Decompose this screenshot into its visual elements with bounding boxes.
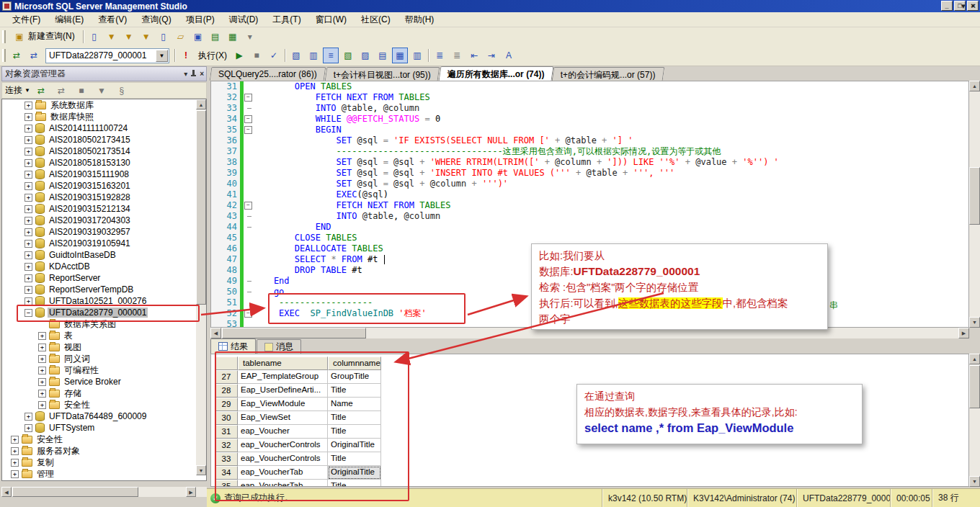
tree-item-label[interactable]: AIS20190315192828 [48,192,132,202]
expander-plus-icon[interactable]: + [24,228,32,236]
expander-plus-icon[interactable]: + [11,436,19,444]
analysis-query-icon[interactable]: ▯ [156,29,172,45]
tree-item-label[interactable]: 管理 [35,468,55,480]
menu-item-4[interactable]: 项目(P) [179,12,221,27]
tree-item-ReportServer[interactable]: +ReportServer [2,272,206,284]
pin-icon[interactable] [190,70,197,78]
uncomment-icon[interactable]: ≣ [449,48,465,63]
menu-item-5[interactable]: 调试(D) [223,12,265,27]
fold-collapse-icon[interactable] [244,114,253,125]
document-tab-2[interactable]: 遍历所有数据库...or (74)) [438,66,553,81]
expander-plus-icon[interactable]: + [11,459,19,467]
tree-item-复制[interactable]: +复制 [2,457,206,468]
tree-item-安全性[interactable]: +安全性 [2,399,206,410]
menu-item-0[interactable]: 文件(F) [6,12,47,27]
tree-item-AIS20190319032957[interactable]: +AIS20190319032957 [2,226,206,238]
results-grid-icon[interactable]: ▦ [392,48,408,63]
connect-db-icon[interactable]: ⇄ [9,48,24,63]
tree-item-label[interactable]: AIS20190319105941 [48,238,132,248]
tree-item-AIS20190315163201[interactable]: +AIS20190315163201 [2,180,206,192]
tree-item-AIS20190315212134[interactable]: +AIS20190315212134 [2,203,206,215]
menu-item-2[interactable]: 查看(V) [92,12,133,27]
scroll-up-arrow[interactable]: ▲ [196,99,206,109]
tree-item-AIS20190315111908[interactable]: +AIS20190315111908 [2,169,206,180]
oe-script-icon[interactable]: § [114,83,130,99]
scroll-left-arrow[interactable]: ◀ [1,487,12,497]
scroll-down-arrow[interactable]: ▼ [969,317,980,328]
expander-plus-icon[interactable]: + [24,125,32,133]
tree-item-label[interactable]: UFTData764489_600009 [48,411,148,421]
tree-item-服务器对象[interactable]: +服务器对象 [2,445,206,457]
expander-plus-icon[interactable]: + [24,263,32,271]
tree-item-label[interactable]: AIS20190319032957 [48,227,132,237]
expander-plus-icon[interactable]: + [24,159,32,167]
tree-item-ReportServerTempDB[interactable]: +ReportServerTempDB [2,284,206,295]
expander-plus-icon[interactable]: + [11,447,19,455]
menu-item-1[interactable]: 编辑(E) [48,12,90,27]
expander-plus-icon[interactable]: + [38,367,46,374]
oe-filter-icon[interactable]: ▼ [94,83,110,99]
tree-item-存储[interactable]: +存储 [2,387,206,399]
expander-plus-icon[interactable]: + [24,274,32,282]
expander-plus-icon[interactable]: + [24,286,32,294]
oe-connect-icon[interactable]: ⇄ [33,83,49,99]
scroll-down-arrow[interactable]: ▼ [196,465,206,475]
tree-item-label[interactable]: AIS20180502173415 [48,135,132,145]
scroll-up-arrow[interactable]: ▲ [969,354,980,364]
connect-menu-button[interactable]: 连接▼ [5,84,30,97]
tree-item-label[interactable]: GuidtoIntBaseDB [48,250,117,260]
tree-item-label[interactable]: AIS20190317204303 [48,215,132,225]
tab-close-icon[interactable]: × [971,1,976,11]
menu-item-7[interactable]: 窗口(W) [309,12,353,27]
tree-item-系统数据库[interactable]: +系统数据库 [2,99,206,111]
tree-item-AIS20180502173415[interactable]: +AIS20180502173415 [2,134,206,145]
tree-item-label[interactable]: 表 [63,330,74,342]
scroll-left-arrow[interactable]: ◀ [210,328,221,338]
tree-item-Service Broker[interactable]: +Service Broker [2,376,206,387]
tree-item-AIS20180502173514[interactable]: +AIS20180502173514 [2,145,206,157]
tree-item-label[interactable]: UFTSystem [48,423,96,433]
tree-horizontal-scrollbar[interactable]: ◀ ▶ [1,487,207,497]
blank-document-icon[interactable]: ▯ [86,29,102,45]
database-combobox[interactable]: UFTData228779_000001 ▼ [45,48,169,63]
expander-plus-icon[interactable]: + [24,413,32,421]
execute-button[interactable]: 执行(X) [195,48,230,63]
expander-plus-icon[interactable]: + [38,390,46,398]
comment-icon[interactable]: ≣ [432,48,447,63]
tree-item-AIS20190315192828[interactable]: +AIS20190315192828 [2,192,206,203]
expander-plus-icon[interactable]: + [24,171,32,179]
tree-item-可编程性[interactable]: +可编程性 [2,364,206,376]
tree-item-GuidtoIntBaseDB[interactable]: +GuidtoIntBaseDB [2,249,206,261]
scroll-down-arrow[interactable]: ▼ [969,476,980,487]
tree-item-UFTSystem[interactable]: +UFTSystem [2,422,206,434]
tree-vertical-scrollbar[interactable]: ▲ ▼ [196,99,206,475]
tree-item-label[interactable]: ReportServerTempDB [48,284,135,295]
tree-item-同义词[interactable]: +同义词 [2,353,206,364]
parse-check-icon[interactable]: ✓ [266,48,282,63]
close-icon[interactable]: × [200,70,204,78]
client-statistics-icon[interactable]: ▨ [357,48,373,63]
tree-item-label[interactable]: KDAcctDB [48,261,92,272]
scroll-up-arrow[interactable]: ▲ [969,81,980,91]
expander-plus-icon[interactable]: + [38,378,46,386]
tree-item-AIS20141111100724[interactable]: +AIS20141111100724 [2,122,206,134]
tree-item-label[interactable]: 数据库快照 [49,111,95,123]
name-sort-icon[interactable]: A [501,48,517,63]
change-connection-icon[interactable]: ⇄ [26,48,42,63]
tree-item-label[interactable]: AIS20190315212134 [48,204,132,214]
tree-item-表[interactable]: +表 [2,330,206,341]
expander-plus-icon[interactable]: + [24,240,32,248]
fold-collapse-icon[interactable] [244,200,253,211]
document-tab-3[interactable]: t+的会计编码规...or (57)) [552,67,664,81]
fold-collapse-icon[interactable] [244,125,253,135]
scroll-right-arrow[interactable]: ▶ [186,487,196,497]
tree-item-KDAcctDB[interactable]: +KDAcctDB [2,261,206,272]
tree-item-UFTData764489_600009[interactable]: +UFTData764489_600009 [2,410,206,422]
expander-plus-icon[interactable]: + [24,217,32,225]
results-file-icon[interactable]: ▥ [409,48,425,63]
tree-item-label[interactable]: 存储 [63,387,83,400]
tree-item-label[interactable]: 安全性 [63,399,92,411]
document-tab-0[interactable]: SQLQuery25....rator (86)) [210,67,326,81]
tree-item-label[interactable]: 同义词 [63,353,92,365]
xmla-query-icon[interactable]: ▼ [138,29,154,45]
